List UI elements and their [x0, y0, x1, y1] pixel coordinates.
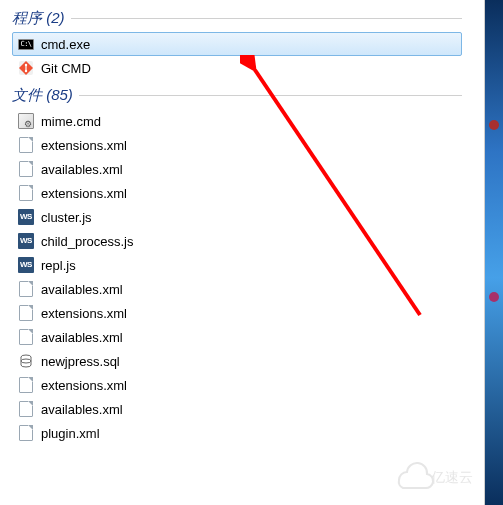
files-section-header: 文件 (85) [8, 82, 466, 107]
ws-icon [17, 208, 35, 226]
svg-point-5 [21, 359, 31, 363]
taskbar-icon [489, 120, 499, 130]
sql-icon [17, 352, 35, 370]
git-icon [17, 59, 35, 77]
divider [79, 95, 462, 96]
program-item-cmd[interactable]: cmd.exe [12, 32, 462, 56]
file-label: availables.xml [41, 162, 123, 177]
programs-section-header: 程序 (2) [8, 5, 466, 30]
file-icon [17, 376, 35, 394]
files-list: mime.cmd extensions.xml availables.xml e… [8, 107, 466, 447]
files-section-title: 文件 (85) [12, 86, 73, 105]
programs-section-title: 程序 (2) [12, 9, 65, 28]
programs-list: cmd.exe Git CMD [8, 30, 466, 82]
file-icon [17, 424, 35, 442]
file-item[interactable]: availables.xml [12, 277, 462, 301]
file-label: extensions.xml [41, 138, 127, 153]
file-icon [17, 280, 35, 298]
file-item[interactable]: newjpress.sql [12, 349, 462, 373]
panel-right-edge [471, 0, 485, 505]
file-label: availables.xml [41, 402, 123, 417]
file-icon [17, 328, 35, 346]
file-item[interactable]: plugin.xml [12, 421, 462, 445]
watermark: 亿速云 [393, 458, 473, 495]
svg-rect-3 [25, 65, 26, 71]
file-label: availables.xml [41, 330, 123, 345]
file-label: newjpress.sql [41, 354, 120, 369]
file-label: extensions.xml [41, 306, 127, 321]
watermark-text: 亿速云 [430, 470, 473, 485]
file-item[interactable]: cluster.js [12, 205, 462, 229]
mime-icon [17, 112, 35, 130]
file-icon [17, 184, 35, 202]
file-item[interactable]: child_process.js [12, 229, 462, 253]
cmd-icon [17, 35, 35, 53]
file-label: cluster.js [41, 210, 92, 225]
file-item[interactable]: extensions.xml [12, 373, 462, 397]
file-item[interactable]: availables.xml [12, 157, 462, 181]
ws-icon [17, 256, 35, 274]
file-icon [17, 304, 35, 322]
file-icon [17, 400, 35, 418]
file-item[interactable]: extensions.xml [12, 181, 462, 205]
file-icon [17, 160, 35, 178]
file-item[interactable]: repl.js [12, 253, 462, 277]
file-label: repl.js [41, 258, 76, 273]
file-label: plugin.xml [41, 426, 100, 441]
program-label: Git CMD [41, 61, 91, 76]
file-item[interactable]: availables.xml [12, 397, 462, 421]
file-label: availables.xml [41, 282, 123, 297]
program-item-git-cmd[interactable]: Git CMD [12, 56, 462, 80]
taskbar-strip [485, 0, 503, 505]
ws-icon [17, 232, 35, 250]
file-item[interactable]: extensions.xml [12, 301, 462, 325]
file-item[interactable]: extensions.xml [12, 133, 462, 157]
search-results-panel: 程序 (2) cmd.exe Git CMD 文件 (85) mime.cmd … [8, 5, 466, 500]
file-label: mime.cmd [41, 114, 101, 129]
file-icon [17, 136, 35, 154]
taskbar-icon [489, 292, 499, 302]
program-label: cmd.exe [41, 37, 90, 52]
file-item[interactable]: availables.xml [12, 325, 462, 349]
file-label: extensions.xml [41, 186, 127, 201]
divider [71, 18, 463, 19]
file-item[interactable]: mime.cmd [12, 109, 462, 133]
file-label: child_process.js [41, 234, 134, 249]
file-label: extensions.xml [41, 378, 127, 393]
